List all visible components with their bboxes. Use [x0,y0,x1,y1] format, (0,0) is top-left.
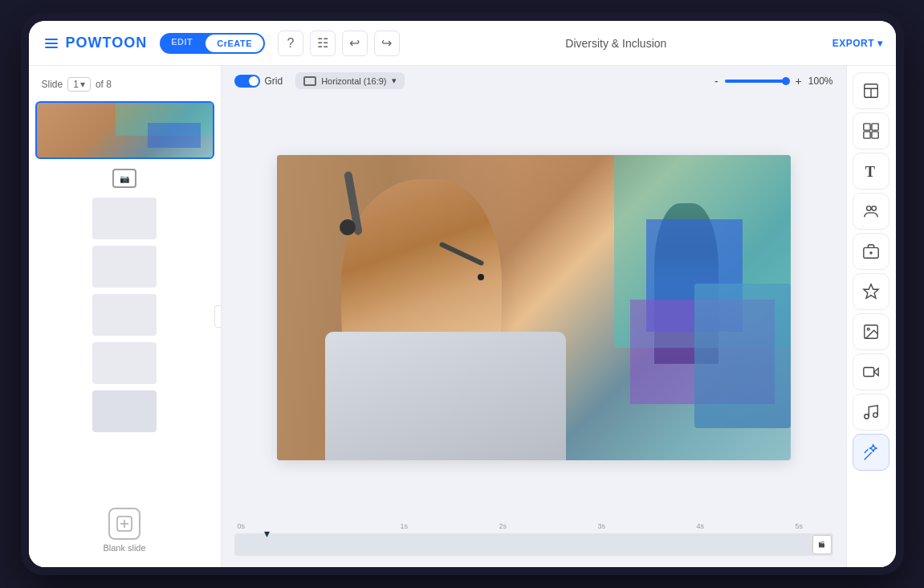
grid-label: Grid [265,76,283,87]
svg-point-11 [867,206,872,211]
text-tool-button[interactable]: T [853,153,889,190]
svg-marker-20 [874,368,879,375]
timeline-element-thumb[interactable]: 🎬 [812,535,832,554]
zoom-plus-button[interactable]: + [796,75,802,88]
aspect-ratio-label: Horizontal (16:9) [321,76,386,86]
slide-number-selector[interactable]: 1 ▾ [67,77,91,92]
characters-tool-button[interactable] [853,193,889,230]
slide-thumb-3[interactable] [92,246,157,288]
slide-row-3 [35,246,214,288]
backgrounds-icon [862,283,880,300]
create-button[interactable]: CrEATE [206,35,263,52]
slide-row-5 [35,342,214,384]
tick-label-4: 4s [697,522,705,530]
slide-row-4 [35,294,214,336]
svg-point-21 [865,414,869,419]
grid-toggle[interactable]: Grid [234,75,283,88]
main-content: Slide 1 ▾ of 8 📷 [29,66,896,567]
aspect-ratio-icon [303,76,316,86]
header: POWTOON EDIT CrEATE ? ☷ ↩ ↪ [29,21,896,66]
svg-rect-6 [864,124,870,130]
tick-5s: 5s [731,522,830,530]
redo-icon: ↪ [381,35,392,51]
svg-text:T: T [865,164,875,180]
zoom-minus-button[interactable]: - [714,75,718,88]
plus-in-box-icon [116,516,132,532]
svg-marker-16 [864,284,878,298]
slide-canvas[interactable] [277,155,791,460]
elements-tool-button[interactable] [853,112,889,149]
redo-button[interactable]: ↪ [374,31,400,56]
zoom-level-label: 100% [808,76,833,87]
tick-label-2: 2s [499,522,507,530]
help-button[interactable]: ? [278,31,303,56]
tick-label-1: 1s [401,522,409,530]
video-tool-button[interactable] [853,353,889,390]
slide-label: Slide [42,79,63,90]
slide-total: of 8 [96,79,112,90]
props-icon [862,243,880,260]
zoom-slider[interactable] [725,80,789,83]
slide-row-2 [35,198,214,239]
export-label: EXPORT [832,38,874,49]
media-tool-button[interactable] [853,313,889,350]
slide-canvas-image [277,155,791,460]
playhead-arrow-icon: ▾ [264,527,270,540]
presentation-title: Diversity & Inclusion [409,37,823,50]
logo-text: POWTOON [66,35,148,51]
elements-icon [862,122,880,140]
tick-1s: 1s [336,522,435,530]
timeline-area: 0s 1s 2s 3s 4s [222,519,846,567]
timeline-element-icon: 🎬 [818,541,825,548]
zoom-slider-thumb [782,77,790,85]
camera-icon-container: 📷 [35,165,214,191]
sidebar-collapse-button[interactable]: ‹ [214,305,222,328]
magic-tool-button[interactable] [853,434,889,471]
aspect-ratio-chevron-icon: ▾ [392,76,397,86]
svg-rect-9 [872,132,878,138]
slide-thumb-1[interactable] [35,101,214,159]
undo-button[interactable]: ↩ [342,31,368,56]
slide-thumb-4[interactable] [92,294,157,336]
tick-label-3: 3s [598,522,606,530]
slide-thumb-2[interactable] [92,198,157,239]
header-icons: ? ☷ ↩ ↪ [278,31,400,56]
tick-2s: 2s [435,522,534,530]
camera-icon[interactable]: 📷 [112,169,136,188]
slide-row-6 [35,390,214,432]
edit-button[interactable]: EDIT [160,33,204,54]
tick-3s: 3s [534,522,633,530]
add-slide-button[interactable]: Blank slide [35,501,214,559]
slide-canvas-wrapper [222,96,846,519]
add-slide-icon [108,508,140,540]
characters-icon [862,202,880,220]
tick-4s: 4s [633,522,731,530]
text-icon: T [862,162,880,180]
tick-label-0: 0s [238,522,246,530]
timeline-playhead[interactable]: ▾ [264,527,270,540]
layout-tool-button[interactable] [853,72,889,109]
right-tools-panel: T [846,66,896,567]
export-button[interactable]: EXPORT ▾ [832,38,883,49]
props-tool-button[interactable] [853,233,889,270]
hamburger-menu[interactable] [42,35,61,51]
svg-rect-7 [872,124,878,130]
music-icon [862,403,880,421]
music-tool-button[interactable] [853,394,889,431]
canvas-area: Grid Horizontal (16:9) ▾ - + [222,66,846,567]
logo-area: POWTOON [42,35,148,51]
slide-current-number: 1 [73,79,79,90]
timeline-track[interactable]: ▾ 🎬 [234,533,833,556]
aspect-ratio-button[interactable]: Horizontal (16:9) ▾ [295,72,404,89]
tick-label-5: 5s [796,522,804,530]
slide-thumb-5[interactable] [92,342,157,384]
notes-button[interactable]: ☷ [310,31,336,56]
timeline-ruler: 0s 1s 2s 3s 4s [234,522,833,530]
slide-thumb-6[interactable] [92,390,157,432]
grid-toggle-switch[interactable] [234,75,260,88]
layout-icon [862,82,880,100]
slides-sidebar: Slide 1 ▾ of 8 📷 [29,66,222,567]
backgrounds-tool-button[interactable] [853,273,889,310]
slide-number-chevron: ▾ [80,79,85,90]
slide-counter: Slide 1 ▾ of 8 [35,74,214,95]
